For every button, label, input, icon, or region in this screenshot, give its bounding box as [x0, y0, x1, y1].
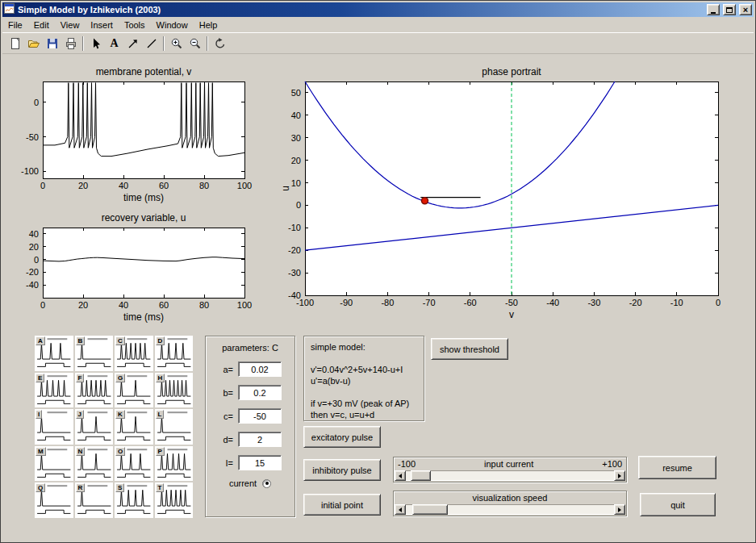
svg-text:20: 20: [291, 156, 301, 165]
initial-point-button[interactable]: initial point: [303, 494, 381, 516]
menu-item-window[interactable]: Window: [151, 19, 194, 31]
svg-text:100: 100: [237, 181, 252, 190]
svg-text:100: 100: [237, 300, 252, 310]
thumbnail-L[interactable]: L: [155, 409, 194, 445]
speed-right-arrow[interactable]: [614, 504, 625, 515]
thumbnail-O[interactable]: O: [115, 446, 153, 482]
svg-text:60: 60: [159, 181, 169, 190]
text-label-icon[interactable]: A: [105, 35, 123, 52]
model-line: [311, 386, 424, 398]
resume-button[interactable]: resume: [638, 456, 716, 479]
thumbnail-letter: T: [156, 483, 165, 492]
param-c-input[interactable]: [238, 408, 282, 424]
speed-left-arrow[interactable]: [395, 504, 406, 515]
thumbnail-letter: L: [156, 410, 165, 419]
quit-button[interactable]: quit: [640, 493, 716, 516]
figure-canvas: 0204060801000-50-100membrane potential, …: [2, 54, 755, 542]
thumbnail-C[interactable]: C: [115, 336, 153, 371]
thumbnail-D[interactable]: D: [155, 336, 194, 371]
menu-item-file[interactable]: File: [2, 19, 28, 31]
param-i-input[interactable]: [238, 455, 282, 470]
app-icon: [4, 2, 15, 17]
titlebar: Simple Model by Izhikevich (2003) ×: [2, 2, 754, 17]
firing-pattern-gallery: ABCDEFGHIJKLMNOPQRST: [35, 336, 193, 518]
model-line: then v=c, u=u+d: [311, 409, 424, 420]
thumbnail-T[interactable]: T: [155, 482, 194, 518]
current-radio[interactable]: [262, 479, 271, 488]
svg-text:40: 40: [119, 300, 128, 310]
zoom-in-icon[interactable]: [167, 35, 186, 52]
thumbnail-letter: G: [115, 374, 125, 382]
thumbnail-letter: M: [36, 447, 46, 456]
minimize-icon[interactable]: [707, 4, 720, 15]
param-b-label: b=: [219, 388, 233, 398]
input-current-track[interactable]: [406, 470, 614, 481]
menu-item-view[interactable]: View: [55, 19, 86, 31]
thumbnail-I[interactable]: I: [35, 409, 73, 445]
menu-item-tools[interactable]: Tools: [119, 19, 151, 31]
svg-text:-60: -60: [464, 298, 477, 307]
svg-text:-80: -80: [381, 298, 394, 307]
svg-text:40: 40: [291, 111, 301, 120]
pointer-icon[interactable]: [86, 35, 105, 52]
menu-item-help[interactable]: Help: [194, 19, 223, 31]
thumbnail-letter: F: [76, 374, 85, 382]
menu-item-edit[interactable]: Edit: [28, 19, 55, 31]
svg-text:-30: -30: [587, 298, 600, 307]
thumbnail-J[interactable]: J: [75, 409, 114, 445]
thumbnail-E[interactable]: E: [35, 373, 73, 408]
thumbnail-A[interactable]: A: [35, 336, 73, 371]
excitatory-pulse-button[interactable]: excitatory pulse: [303, 426, 381, 448]
input-current-left-arrow[interactable]: [395, 470, 406, 481]
rotate-3d-icon[interactable]: [211, 35, 229, 52]
save-icon[interactable]: [43, 35, 61, 52]
phase-portrait-plot[interactable]: -100-90-80-70-60-50-40-30-20-10050403020…: [277, 64, 729, 330]
thumbnail-letter: C: [115, 336, 125, 345]
svg-text:-100: -100: [21, 166, 39, 176]
input-current-thumb[interactable]: [411, 470, 431, 481]
thumbnail-G[interactable]: G: [115, 373, 153, 408]
new-file-icon[interactable]: [6, 35, 24, 52]
thumbnail-P[interactable]: P: [155, 446, 194, 482]
print-icon[interactable]: [61, 35, 80, 52]
svg-text:0: 0: [40, 181, 45, 190]
speed-track[interactable]: [406, 504, 614, 515]
input-current-right-arrow[interactable]: [614, 470, 625, 481]
model-line: simple model:: [311, 341, 424, 353]
show-threshold-button[interactable]: show threshold: [431, 338, 508, 360]
thumbnail-S[interactable]: S: [115, 482, 153, 518]
svg-text:80: 80: [199, 300, 209, 310]
svg-text:v: v: [509, 309, 514, 320]
thumbnail-H[interactable]: H: [155, 373, 194, 408]
param-d-input[interactable]: [238, 432, 282, 447]
param-i-label: I=: [219, 458, 233, 468]
arrow-annotation-icon[interactable]: [123, 35, 142, 52]
thumbnail-M[interactable]: M: [35, 446, 73, 482]
parameters-panel: parameters: C a= b= c= d= I= c: [205, 336, 295, 517]
thumbnail-letter: N: [76, 447, 86, 456]
close-icon[interactable]: ×: [739, 4, 752, 15]
maximize-icon[interactable]: [723, 4, 736, 15]
line-annotation-icon[interactable]: [142, 35, 161, 52]
svg-text:-40: -40: [546, 298, 559, 307]
svg-text:-30: -30: [288, 268, 301, 278]
zoom-out-icon[interactable]: [186, 35, 204, 52]
svg-text:0: 0: [34, 255, 39, 265]
inhibitory-pulse-button[interactable]: inhibitory pulse: [303, 459, 381, 481]
svg-text:60: 60: [159, 300, 169, 310]
thumbnail-F[interactable]: F: [75, 373, 114, 408]
thumbnail-B[interactable]: B: [75, 336, 114, 371]
param-b-input[interactable]: [238, 385, 282, 400]
param-a-input[interactable]: [238, 361, 282, 377]
matlab-figure-window: Simple Model by Izhikevich (2003) × File…: [0, 0, 756, 543]
thumbnail-N[interactable]: N: [75, 446, 114, 482]
model-line: if v=+30 mV (peak of AP): [311, 398, 424, 409]
thumbnail-Q[interactable]: Q: [35, 482, 73, 518]
menu-item-insert[interactable]: Insert: [85, 19, 119, 31]
speed-thumb[interactable]: [412, 504, 448, 515]
thumbnail-K[interactable]: K: [115, 409, 153, 445]
open-file-icon[interactable]: [24, 35, 43, 52]
svg-text:phase portrait: phase portrait: [482, 66, 541, 77]
thumbnail-R[interactable]: R: [75, 482, 114, 518]
toolbar-separator: [82, 36, 84, 51]
